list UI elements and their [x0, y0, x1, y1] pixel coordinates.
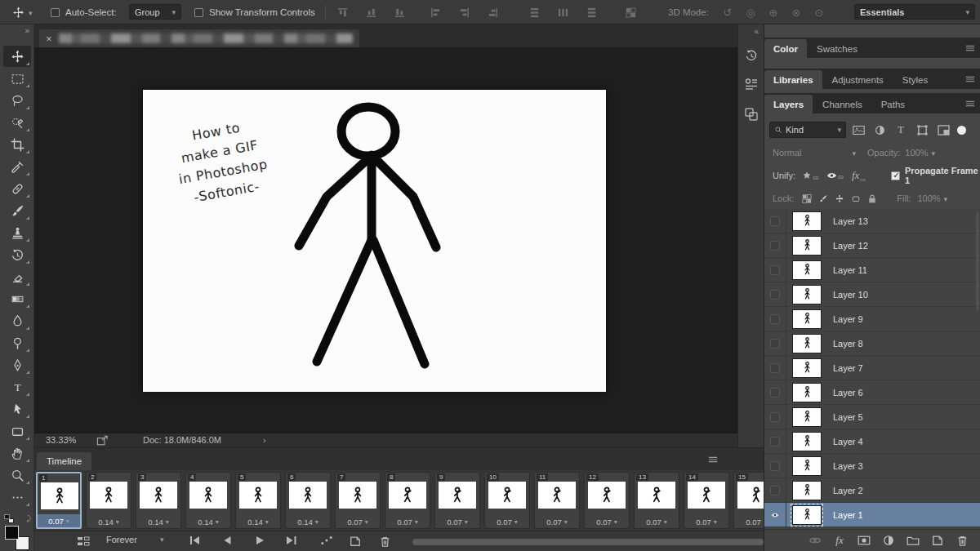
tab-color[interactable]: Color: [764, 39, 807, 58]
layer-visibility-toggle[interactable]: [764, 258, 786, 282]
layers-scrollbar[interactable]: [976, 212, 979, 310]
frame-delay-select[interactable]: 0.07: [336, 515, 380, 528]
layer-row[interactable]: Layer 4: [764, 429, 980, 454]
layer-row[interactable]: Layer 7: [764, 356, 980, 380]
layer-name[interactable]: Layer 10: [833, 290, 868, 300]
delete-layer-icon[interactable]: [950, 535, 974, 547]
layer-thumbnail[interactable]: [792, 505, 822, 525]
frame-delay-select[interactable]: 0.07: [435, 515, 479, 528]
loop-count-dropdown[interactable]: Forever: [106, 535, 163, 544]
layer-row[interactable]: Layer 3: [764, 454, 980, 478]
fill-value[interactable]: 100%: [917, 193, 940, 203]
show-transform-checkbox[interactable]: [194, 0, 203, 24]
timeline-frame[interactable]: 2 0.14: [86, 472, 131, 529]
new-layer-icon[interactable]: [925, 535, 950, 546]
frame-delay-select[interactable]: 0.07: [485, 515, 529, 528]
visibility-checkbox-icon[interactable]: [770, 461, 780, 471]
tab-libraries[interactable]: Libraries: [764, 70, 822, 89]
3d-scale-icon[interactable]: ⊙: [808, 0, 830, 24]
add-layer-mask-icon[interactable]: [852, 535, 876, 546]
frame-delay-select[interactable]: 0.07: [535, 515, 579, 528]
timeline-frame[interactable]: 7 0.07: [335, 472, 381, 529]
timeline-frame[interactable]: 15 0.07: [733, 472, 764, 529]
frame-thumbnail[interactable]: [638, 482, 675, 509]
frame-delay-select[interactable]: 0.14: [87, 515, 131, 528]
layer-thumbnail[interactable]: [792, 432, 822, 451]
visibility-checkbox-icon[interactable]: [770, 265, 780, 275]
layer-visibility-toggle[interactable]: [764, 331, 786, 356]
layer-row[interactable]: Layer 13: [764, 209, 980, 233]
frame-thumbnail[interactable]: [389, 482, 426, 509]
workspace-switcher-dropdown[interactable]: Essentials: [854, 4, 975, 20]
layer-thumbnail[interactable]: [792, 260, 822, 280]
tab-swatches[interactable]: Swatches: [808, 39, 866, 58]
layer-visibility-toggle[interactable]: [764, 503, 786, 527]
visibility-checkbox-icon[interactable]: [770, 241, 780, 251]
lock-transparency-icon[interactable]: [799, 193, 815, 204]
frame-delay-select[interactable]: 0.07: [385, 515, 430, 528]
blend-mode-select[interactable]: Normal: [773, 148, 801, 158]
layer-visibility-toggle[interactable]: [764, 454, 786, 478]
visibility-checkbox-icon[interactable]: [770, 290, 780, 300]
tab-layers[interactable]: Layers: [764, 95, 813, 113]
layer-row[interactable]: Layer 10: [764, 282, 980, 307]
next-frame-button[interactable]: [286, 535, 297, 545]
layer-thumbnail[interactable]: [792, 481, 822, 500]
layer-name[interactable]: Layer 4: [833, 437, 863, 447]
layer-name[interactable]: Layer 12: [833, 241, 868, 251]
frame-thumbnail[interactable]: [189, 482, 227, 509]
tab-adjustments[interactable]: Adjustments: [823, 70, 893, 89]
frame-thumbnail[interactable]: [289, 482, 327, 509]
timeline-frame[interactable]: 3 0.14: [136, 472, 181, 529]
align-left-edges-button[interactable]: [430, 0, 441, 24]
visibility-checkbox-icon[interactable]: [770, 510, 780, 520]
panel-menu-icon[interactable]: [964, 43, 976, 53]
layer-name[interactable]: Layer 3: [833, 461, 863, 471]
lock-all-icon[interactable]: [864, 193, 880, 204]
checkbox-icon[interactable]: [194, 8, 203, 17]
filter-adjustment-layers-icon[interactable]: [871, 123, 889, 136]
layer-visibility-toggle[interactable]: [764, 307, 786, 331]
status-expand-icon[interactable]: ›: [263, 435, 266, 445]
timeline-frame[interactable]: 14 0.07: [684, 472, 729, 529]
align-vertical-centers-button[interactable]: [366, 0, 376, 24]
layer-name[interactable]: Layer 5: [833, 412, 863, 422]
frame-thumbnail[interactable]: [488, 482, 526, 509]
layer-name[interactable]: Layer 6: [833, 388, 863, 398]
propagate-frame-checkbox[interactable]: [891, 171, 899, 180]
layer-row[interactable]: Layer 9: [764, 307, 980, 331]
frame-delay-select[interactable]: 0.07: [684, 515, 728, 528]
auto-select-checkbox[interactable]: [51, 0, 60, 24]
unify-style-icon[interactable]: fx: [852, 169, 866, 182]
frame-thumbnail[interactable]: [90, 482, 127, 509]
zoom-level-field[interactable]: 33.33%: [46, 435, 76, 445]
filter-toggle-icon[interactable]: [957, 126, 966, 135]
layer-name[interactable]: Layer 13: [833, 216, 868, 226]
align-top-edges-button[interactable]: [337, 0, 348, 24]
link-layers-icon[interactable]: [803, 535, 827, 546]
foreground-color-swatch[interactable]: [5, 526, 19, 540]
new-adjustment-layer-icon[interactable]: [876, 535, 901, 546]
timeline-frame[interactable]: 11 0.07: [534, 472, 580, 529]
unify-visibility-icon[interactable]: [826, 171, 844, 180]
timeline-frame[interactable]: 1 0.07: [36, 472, 82, 529]
layer-row[interactable]: Layer 8: [764, 331, 980, 356]
play-button[interactable]: [255, 535, 265, 545]
layer-visibility-toggle[interactable]: [764, 405, 786, 429]
layer-thumbnail[interactable]: [792, 211, 822, 231]
visibility-checkbox-icon[interactable]: [770, 486, 780, 495]
tab-channels[interactable]: Channels: [813, 95, 871, 113]
frame-thumbnail[interactable]: [140, 482, 177, 509]
distribute-spacing-button[interactable]: [626, 0, 636, 24]
align-right-edges-button[interactable]: [488, 0, 498, 24]
layer-visibility-toggle[interactable]: [764, 380, 786, 405]
timeline-tab[interactable]: Timeline: [37, 452, 91, 470]
layer-visibility-toggle[interactable]: [764, 209, 786, 233]
frame-thumbnail[interactable]: [538, 482, 576, 509]
frame-thumbnail[interactable]: [41, 482, 78, 509]
frame-thumbnail[interactable]: [239, 482, 277, 509]
opacity-value[interactable]: 100%: [905, 148, 928, 158]
frame-delay-select[interactable]: 0.07: [734, 515, 764, 528]
align-horizontal-centers-button[interactable]: [459, 0, 470, 24]
close-tab-icon[interactable]: ×: [46, 33, 52, 45]
